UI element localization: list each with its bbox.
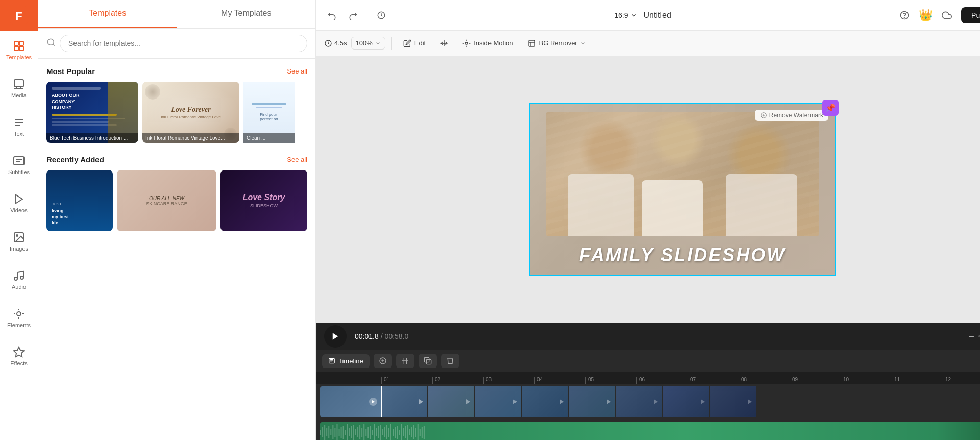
canvas-frame: FAMILY SLIDESHOW Remove Watermark 📌 bbox=[529, 103, 836, 276]
template-card-2[interactable]: Love Forever Ink Floral Romantic Vintage… bbox=[142, 82, 239, 143]
audio-track[interactable] bbox=[320, 422, 980, 440]
timeline-label-button[interactable]: Timeline bbox=[322, 354, 370, 368]
svg-rect-55 bbox=[359, 425, 360, 439]
controls-row: 00:01.8 / 00:58.0 − + Fit bbox=[316, 323, 980, 350]
sidebar-item-images[interactable]: Images bbox=[0, 222, 38, 260]
topbar-center: 16:9 Untitled bbox=[614, 11, 671, 20]
redo-button[interactable] bbox=[346, 8, 361, 23]
video-track[interactable] bbox=[320, 386, 980, 417]
svg-marker-30 bbox=[513, 399, 517, 404]
sidebar-item-templates[interactable]: Templates bbox=[0, 31, 38, 69]
app-logo[interactable]: F bbox=[0, 0, 38, 31]
undo-button[interactable] bbox=[324, 8, 339, 23]
svg-rect-62 bbox=[374, 424, 375, 440]
svg-rect-69 bbox=[388, 428, 389, 437]
svg-marker-29 bbox=[466, 399, 470, 404]
sidebar-item-elements[interactable]: Elements bbox=[0, 299, 38, 337]
split-button[interactable] bbox=[396, 354, 414, 368]
search-input[interactable] bbox=[60, 35, 307, 52]
watermark-badge[interactable]: Remove Watermark bbox=[755, 110, 828, 121]
sidebar-item-audio[interactable]: Audio bbox=[0, 260, 38, 299]
timeline-ruler: 01 02 03 04 05 06 07 08 09 10 11 12 13 bbox=[316, 372, 980, 384]
tab-templates[interactable]: Templates bbox=[38, 0, 177, 28]
duplicate-button[interactable] bbox=[419, 354, 437, 368]
add-clip-button[interactable] bbox=[374, 354, 392, 368]
document-title: Untitled bbox=[644, 11, 671, 20]
ruler-mark-02: 02 bbox=[432, 377, 483, 384]
timeline-toolbar: Timeline bbox=[316, 350, 980, 372]
svg-rect-5 bbox=[19, 46, 23, 51]
svg-rect-70 bbox=[390, 424, 391, 440]
see-all-recent[interactable]: See all bbox=[287, 156, 307, 163]
video-track-segments bbox=[381, 386, 980, 417]
topbar-left bbox=[324, 8, 389, 23]
svg-rect-58 bbox=[365, 429, 366, 436]
recent-template-2[interactable]: OUR ALL-NEW SKINCARE RANGE bbox=[117, 170, 216, 231]
main-area: 16:9 Untitled 👑 Publish 👤 bbox=[316, 0, 980, 440]
svg-point-13 bbox=[17, 312, 21, 316]
publish-button[interactable]: Publish bbox=[961, 7, 980, 23]
audio-waveform bbox=[320, 422, 980, 440]
template-label-1: Blue Tech Business Introduction ... bbox=[46, 133, 138, 143]
timeline-area: 00:01.8 / 00:58.0 − + Fit Timeline bbox=[316, 323, 980, 440]
delete-clip-button[interactable] bbox=[441, 354, 459, 368]
cloud-button[interactable] bbox=[939, 7, 955, 23]
timer-button[interactable] bbox=[374, 8, 389, 23]
sidebar-item-subtitles[interactable]: Subtitles bbox=[0, 145, 38, 184]
inside-motion-button[interactable]: Inside Motion bbox=[457, 36, 518, 51]
svg-rect-79 bbox=[409, 429, 410, 435]
video-track-container bbox=[316, 384, 980, 421]
svg-rect-45 bbox=[339, 429, 340, 436]
svg-rect-43 bbox=[334, 428, 335, 437]
ruler-mark-01: 01 bbox=[381, 377, 432, 384]
pin-badge: 📌 bbox=[822, 100, 839, 116]
sidebar-item-effects[interactable]: Effects bbox=[0, 337, 38, 375]
svg-rect-61 bbox=[372, 430, 373, 435]
svg-rect-39 bbox=[326, 428, 327, 436]
recent-template-1[interactable]: JUST livingmy bestlife bbox=[46, 170, 113, 231]
ruler-mark-05: 05 bbox=[585, 377, 636, 384]
svg-rect-85 bbox=[422, 427, 423, 438]
svg-rect-50 bbox=[349, 428, 350, 436]
svg-text:F: F bbox=[15, 10, 22, 22]
recently-added-title: Recently Added bbox=[46, 155, 104, 164]
svg-rect-78 bbox=[407, 425, 408, 440]
svg-rect-86 bbox=[424, 426, 425, 439]
recent-template-3[interactable]: Love Story SLIDESHOW bbox=[220, 170, 307, 231]
svg-rect-7 bbox=[14, 157, 24, 165]
ruler-mark-07: 07 bbox=[688, 377, 739, 384]
svg-rect-83 bbox=[418, 424, 419, 440]
svg-rect-42 bbox=[332, 425, 333, 439]
flip-button[interactable] bbox=[435, 36, 453, 51]
editor-toolbar: 4.5s 100% Edit Inside Motion bbox=[316, 31, 980, 56]
recently-added-header: Recently Added See all bbox=[46, 155, 307, 164]
tab-my-templates[interactable]: My Templates bbox=[177, 0, 316, 28]
video-segment-2[interactable] bbox=[381, 386, 427, 417]
template-card-1[interactable]: ABOUT OURCOMPANYHISTORY Blue Tech Busine… bbox=[46, 82, 138, 143]
play-button[interactable] bbox=[324, 325, 347, 348]
aspect-ratio-selector[interactable]: 16:9 bbox=[614, 11, 637, 19]
zoom-selector[interactable]: 100% bbox=[351, 37, 385, 50]
svg-rect-2 bbox=[14, 41, 18, 45]
zoom-out-button[interactable]: − bbox=[968, 331, 974, 343]
see-all-popular[interactable]: See all bbox=[287, 67, 307, 75]
toolbar-separator-1 bbox=[391, 37, 392, 50]
edit-button[interactable]: Edit bbox=[398, 36, 431, 51]
bg-remover-button[interactable]: BG Remover bbox=[523, 36, 592, 51]
crown-button[interactable]: 👑 bbox=[919, 9, 933, 22]
svg-marker-28 bbox=[419, 399, 423, 404]
recently-added-grid: JUST livingmy bestlife OUR ALL-NEW SKINC… bbox=[46, 170, 307, 231]
sidebar-item-text[interactable]: Text bbox=[0, 107, 38, 145]
sidebar-item-videos[interactable]: Videos bbox=[0, 184, 38, 222]
svg-marker-34 bbox=[701, 399, 705, 404]
most-popular-title: Most Popular bbox=[46, 67, 95, 76]
svg-rect-72 bbox=[395, 427, 396, 438]
help-button[interactable] bbox=[896, 7, 913, 23]
svg-rect-3 bbox=[19, 41, 23, 45]
template-card-3[interactable]: Find yourperfect ad Clean ... bbox=[243, 82, 295, 143]
svg-rect-37 bbox=[322, 427, 323, 437]
svg-point-12 bbox=[20, 276, 23, 279]
video-segment-1[interactable] bbox=[320, 386, 381, 417]
svg-rect-82 bbox=[415, 428, 416, 437]
sidebar-item-media[interactable]: Media bbox=[0, 69, 38, 107]
